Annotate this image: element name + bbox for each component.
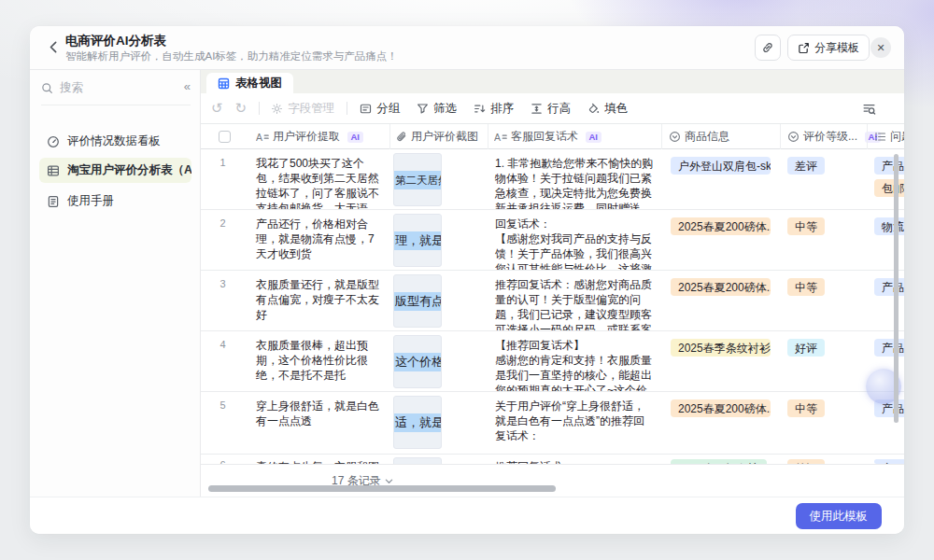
cell-grade[interactable]: 中等: [780, 271, 867, 330]
table-row[interactable]: 1 我花了500块买了这个包，结果收到第二天居然拉链坏了，问了客服说不支持包邮换…: [201, 149, 904, 210]
screenshot-thumbnail[interactable]: 这个价格: [393, 335, 442, 388]
multi-select-icon: [874, 131, 886, 143]
redo-icon: ↻: [235, 100, 248, 117]
cell-review[interactable]: 穿上身很舒适，就是白色有一点点透: [245, 392, 389, 454]
page-title: 电商评价AI分析表: [65, 33, 166, 49]
table-row[interactable]: 3 衣服质量还行，就是版型有点偏宽，对瘦子不太友好 版型有点偏 推荐回复话术：感…: [201, 271, 904, 331]
cell-product[interactable]: 2025春夏阔腿裤: [661, 455, 780, 464]
search-records-button[interactable]: [862, 93, 876, 124]
screenshot-thumbnail[interactable]: 第二天居然: [393, 153, 442, 206]
document-icon: [47, 195, 60, 208]
search-input[interactable]: 搜索: [41, 76, 192, 100]
cell-screenshot[interactable]: 理，就是物: [389, 210, 488, 270]
sidebar-item-analysis-table[interactable]: 淘宝用户评价分析表（AI...: [39, 158, 191, 183]
sort-button[interactable]: 排序: [474, 101, 514, 117]
cell-review[interactable]: 我花了500块买了这个包，结果收到第二天居然拉链坏了，问了客服说不支持包邮换货，…: [245, 149, 389, 209]
cell-reply[interactable]: 回复话术： 【感谢您对我司产品的支持与反馈！关于产品体验，我们很高兴您认可其性能…: [488, 210, 661, 270]
group-button[interactable]: 分组: [360, 101, 400, 117]
search-placeholder: 搜索: [60, 80, 83, 96]
table-row[interactable]: 4 衣服质量很棒，超出预期，这个价格性价比很绝，不是托不是托 这个价格 【推荐回…: [201, 331, 904, 392]
copy-link-button[interactable]: [755, 35, 781, 61]
row-number: 2: [201, 217, 245, 229]
cell-grade[interactable]: 好评: [780, 331, 867, 391]
cell-reply[interactable]: 推荐回复话术：感谢您对商品质量的认可！关于版型偏宽的问题，我们已记录，建议瘦型顾…: [488, 271, 661, 330]
cell-reply[interactable]: 【推荐回复话术】 感谢您的肯定和支持！衣服质量是我们一直坚持的核心，能超出您的预…: [488, 331, 661, 391]
cell-review[interactable]: 衣服质量还行，就是版型有点偏宽，对瘦子不太友好: [245, 271, 389, 330]
column-header-product[interactable]: 商品信息: [669, 124, 729, 149]
cell-screenshot[interactable]: 这个价格: [389, 331, 488, 391]
share-template-button[interactable]: 分享模板: [787, 35, 870, 61]
column-header-issues[interactable]: 问题: [874, 124, 904, 149]
row-number: 1: [201, 157, 245, 168]
filter-button[interactable]: 筛选: [417, 101, 457, 117]
cell-product[interactable]: 户外登山双肩包-skj: [661, 149, 780, 209]
cell-reply[interactable]: 关于用户评价“穿上身很舒适，就是白色有一点点透”的推荐回复话术： 【回复模板】.…: [488, 392, 661, 454]
cell-screenshot[interactable]: 第二天居然: [389, 149, 488, 209]
grade-tag: 中等: [787, 278, 825, 296]
table-row[interactable]: 6 真的有点生气，衣服和图片差... 推荐回复话术： 2025春夏阔腿裤 差评 …: [201, 455, 904, 464]
cell-review[interactable]: 产品还行，价格相对合理，就是物流有点慢，7天才收到货: [245, 210, 389, 270]
tab-label: 表格视图: [235, 76, 282, 91]
use-template-button[interactable]: 使用此模板: [796, 503, 883, 529]
tab-grid-view[interactable]: 表格视图: [206, 73, 293, 93]
single-select-icon: [787, 131, 800, 143]
fill-color-button[interactable]: 填色: [587, 101, 628, 117]
cell-grade[interactable]: 差评: [780, 149, 867, 209]
horizontal-scrollbar[interactable]: [208, 485, 556, 492]
cell-product[interactable]: 2025春季条纹衬衫女: [661, 331, 780, 391]
cell-grade[interactable]: 中等: [780, 392, 867, 454]
screenshot-thumbnail[interactable]: 理，就是物: [393, 214, 442, 267]
sidebar-item-dashboard[interactable]: 评价情况数据看板: [39, 129, 191, 154]
screenshot-thumbnail[interactable]: [393, 457, 442, 464]
cell-screenshot[interactable]: 适，就是白: [389, 392, 488, 454]
sidebar-item-manual[interactable]: 使用手册: [39, 189, 191, 214]
cell-review[interactable]: 真的有点生气，衣服和图片差...: [245, 455, 389, 464]
group-icon: [360, 103, 372, 115]
grade-tag: 中等: [787, 399, 825, 417]
close-button[interactable]: ✕: [870, 37, 891, 58]
screenshot-thumbnail[interactable]: 适，就是白: [393, 396, 442, 449]
window-footer: 使用此模板: [30, 497, 904, 534]
collapse-sidebar-icon[interactable]: «: [184, 79, 191, 93]
cell-grade[interactable]: 差评: [780, 455, 867, 464]
column-header-screenshot[interactable]: 用户评价截图: [395, 124, 478, 149]
cell-screenshot[interactable]: [389, 455, 488, 464]
field-manage-button[interactable]: 字段管理: [271, 101, 334, 117]
table-row[interactable]: 2 产品还行，价格相对合理，就是物流有点慢，7天才收到货 理，就是物 回复话术：…: [201, 210, 904, 271]
cell-issues[interactable]: 产品质量: [867, 271, 904, 330]
cell-grade[interactable]: 中等: [780, 210, 867, 270]
page-subtitle: 智能解析用户评价，自动生成AI标签，助力精准定位需求与产品痛点！: [65, 49, 398, 63]
cell-issues[interactable]: 产品质量: [867, 455, 904, 464]
link-icon: [761, 41, 774, 54]
product-tag: 2025春夏200磅体...: [671, 278, 771, 296]
cell-product[interactable]: 2025春夏200磅体...: [661, 392, 780, 454]
column-header-reply[interactable]: A 客服回复话术 AI: [494, 124, 601, 149]
cell-issues[interactable]: 产品质量 包邮问题: [867, 149, 904, 209]
cell-review[interactable]: 衣服质量很棒，超出预期，这个价格性价比很绝，不是托不是托: [245, 331, 389, 391]
table-footer: 17 条记录: [201, 464, 904, 497]
back-icon[interactable]: [47, 40, 62, 55]
filter-funnel-icon: [417, 103, 429, 115]
screenshot-thumbnail[interactable]: 版型有点偏: [393, 274, 442, 328]
column-header-review[interactable]: A 用户评价提取 AI: [256, 124, 363, 149]
table-row[interactable]: 5 穿上身很舒适，就是白色有一点点透 适，就是白 关于用户评价“穿上身很舒适，就…: [201, 392, 904, 455]
select-all-checkbox[interactable]: [219, 131, 231, 143]
issue-tag: 包邮问题: [874, 179, 904, 197]
product-tag: 户外登山双肩包-skj: [671, 157, 771, 175]
redo-button[interactable]: ↻: [235, 100, 248, 117]
column-label: 商品信息: [685, 129, 729, 145]
ai-badge: AI: [347, 132, 363, 143]
cell-product[interactable]: 2025春夏200磅体...: [661, 210, 780, 270]
sidebar-item-label: 使用手册: [67, 193, 114, 209]
table-body: 1 我花了500块买了这个包，结果收到第二天居然拉链坏了，问了客服说不支持包邮换…: [201, 149, 904, 464]
cell-issues[interactable]: 物流问题: [867, 210, 904, 270]
cell-reply[interactable]: 推荐回复话术：: [488, 455, 661, 464]
cell-product[interactable]: 2025春夏200磅体...: [661, 271, 780, 330]
undo-button[interactable]: ↺: [211, 100, 223, 117]
grid-view-icon: [218, 77, 230, 90]
paint-bucket-icon: [587, 103, 600, 115]
row-height-button[interactable]: 行高: [531, 101, 571, 117]
vertical-scrollbar[interactable]: [894, 154, 899, 423]
cell-screenshot[interactable]: 版型有点偏: [389, 271, 488, 330]
cell-reply[interactable]: 1. 非常抱歉给您带来不愉快的购物体验！关于拉链问题我们已紧急核查，现决定特批为…: [488, 149, 661, 209]
